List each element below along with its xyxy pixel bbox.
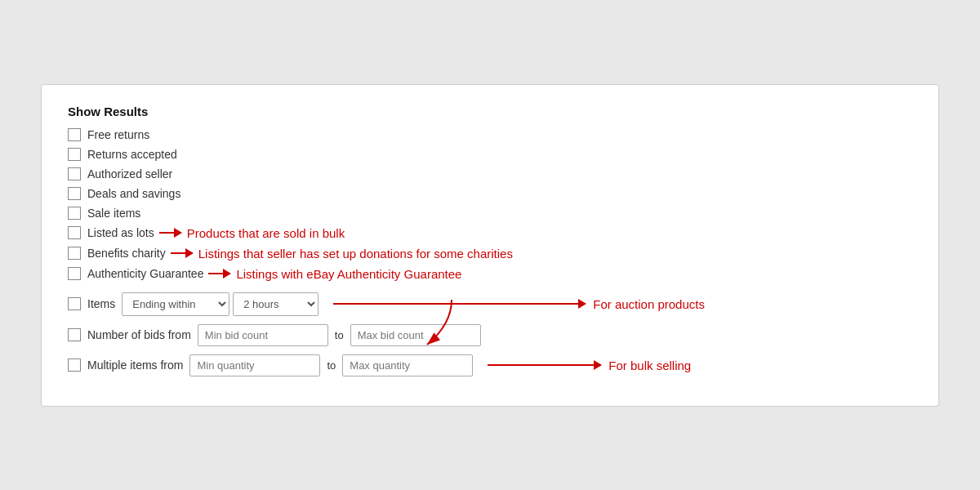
cb-bids[interactable]	[68, 328, 81, 341]
checkbox-row-items: Items Ending within 2 hours 1 hour 3 hou…	[68, 292, 912, 316]
checkbox-row-bids: Number of bids from to	[68, 324, 912, 346]
max-quantity-input[interactable]	[342, 354, 473, 376]
cb-deals-savings[interactable]	[68, 187, 81, 200]
label-deals-savings: Deals and savings	[87, 187, 180, 200]
cb-authorized-seller[interactable]	[68, 167, 81, 180]
label-benefits-charity: Benefits charity	[87, 247, 166, 260]
checkbox-row-listed-lots: Listed as lots Products that are sold in…	[68, 226, 912, 240]
bids-controls: to	[198, 324, 481, 346]
checkbox-row-returns-accepted: Returns accepted	[68, 148, 912, 161]
annotation-auction: For auction products	[333, 297, 705, 311]
annotation-benefits-charity: Listings that seller has set up donation…	[169, 247, 513, 261]
label-multiple: Multiple items from	[87, 359, 183, 372]
checkbox-row-sale-items: Sale items	[68, 207, 912, 220]
label-authorized-seller: Authorized seller	[87, 167, 172, 180]
filter-card: Show Results Free returns Returns accept…	[41, 84, 939, 407]
annotation-bulk-selling: For bulk selling	[488, 359, 691, 372]
min-quantity-input[interactable]	[189, 354, 320, 376]
max-bid-input[interactable]	[350, 324, 481, 346]
checkbox-row-benefits-charity: Benefits charity Listings that seller ha…	[68, 247, 912, 261]
annotation-listed-lots: Products that are sold in bulk	[158, 226, 345, 240]
checkbox-row-multiple: Multiple items from to For bulk selling	[68, 354, 912, 376]
cb-multiple[interactable]	[68, 359, 81, 372]
label-authenticity: Authenticity Guarantee	[87, 267, 203, 280]
cb-authenticity[interactable]	[68, 267, 81, 280]
label-items: Items	[87, 297, 115, 310]
cb-free-returns[interactable]	[68, 128, 81, 141]
label-sale-items: Sale items	[87, 207, 140, 220]
checkbox-row-deals-savings: Deals and savings	[68, 187, 912, 200]
to-label-multiple: to	[327, 359, 336, 372]
multiple-controls: to	[189, 354, 473, 376]
annotation-authenticity: Listings with eBay Authenticity Guarante…	[207, 267, 461, 281]
ending-within-dropdown[interactable]: Ending within	[122, 292, 229, 316]
hours-dropdown[interactable]: 2 hours 1 hour 3 hours 4 hours 6 hours 8…	[233, 292, 318, 316]
label-returns-accepted: Returns accepted	[87, 148, 177, 161]
label-free-returns: Free returns	[87, 128, 149, 141]
to-label-bids: to	[335, 329, 344, 341]
min-bid-input[interactable]	[198, 324, 328, 346]
cb-returns-accepted[interactable]	[68, 148, 81, 161]
cb-listed-lots[interactable]	[68, 226, 81, 239]
cb-sale-items[interactable]	[68, 207, 81, 220]
checkbox-row-free-returns: Free returns	[68, 128, 912, 141]
label-bids: Number of bids from	[87, 328, 191, 341]
items-controls: Ending within 2 hours 1 hour 3 hours 4 h…	[122, 292, 318, 316]
label-listed-lots: Listed as lots	[87, 226, 154, 239]
section-title: Show Results	[68, 105, 912, 118]
checkbox-row-authenticity: Authenticity Guarantee Listings with eBa…	[68, 267, 912, 281]
cb-benefits-charity[interactable]	[68, 247, 81, 260]
checkbox-row-authorized-seller: Authorized seller	[68, 167, 912, 180]
cb-items[interactable]	[68, 297, 81, 310]
